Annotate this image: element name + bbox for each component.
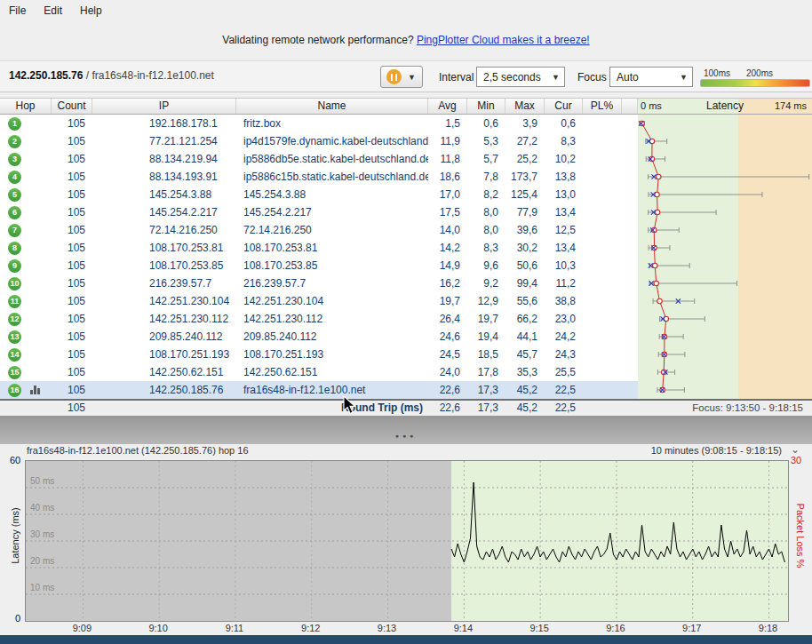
header-hop: Hop (0, 99, 52, 114)
timegraph-range[interactable]: 10 minutes (9:08:15 - 9:18:15) (651, 445, 782, 456)
timegraph-range-dropdown-icon[interactable]: ⌄ (791, 443, 800, 456)
hop-cell: 8 (0, 239, 52, 257)
ip-cell: 88.134.219.94 (92, 150, 236, 168)
x-tick-label: 9:10 (143, 623, 173, 633)
hop-number-badge: 13 (8, 330, 21, 344)
min-cell: 8,2 (467, 186, 506, 203)
ip-cell: 209.85.240.112 (92, 328, 236, 346)
name-cell: 108.170.253.81 (236, 239, 428, 257)
cur-cell: 13,4 (545, 203, 583, 221)
table-row-hop-5[interactable]: 5105145.254.3.88145.254.3.8817,08,2125,4… (0, 186, 638, 203)
table-row-hop-9[interactable]: 9105108.170.253.85108.170.253.8514,99,65… (0, 257, 638, 274)
count-cell: 105 (52, 186, 92, 203)
table-row-hop-8[interactable]: 8105108.170.253.81108.170.253.8114,28,33… (0, 239, 638, 257)
max-cell: 50,6 (506, 257, 545, 274)
min-cell: 17,8 (467, 363, 506, 381)
avg-cell: 24,5 (428, 346, 467, 363)
focus-select[interactable]: Auto ▼ (609, 67, 693, 87)
name-cell: 142.251.230.112 (236, 310, 428, 328)
hop-cell: 15 (0, 363, 52, 381)
header-latency: 0 ms Latency 174 ms (638, 99, 812, 114)
max-cell: 39,6 (506, 221, 545, 239)
avg-cell: 16,2 (428, 274, 467, 292)
cur-cell: 10,3 (545, 257, 583, 274)
pl-cell (583, 203, 622, 221)
latency-mini-graph[interactable] (638, 115, 812, 399)
cur-cell: 23,0 (545, 310, 583, 328)
avg-cell: 26,4 (428, 310, 467, 328)
summary-count: 105 (52, 401, 92, 416)
avg-cell: 24,6 (428, 328, 467, 346)
avg-cell: 1,5 (428, 115, 467, 132)
target-address[interactable]: 142.250.185.76 / fra16s48-in-f12.1e100.n… (9, 69, 214, 82)
menu-help[interactable]: Help (71, 0, 111, 20)
name-cell: 209.85.240.112 (236, 328, 428, 346)
table-row-hop-12[interactable]: 12105142.251.230.112142.251.230.11226,41… (0, 310, 638, 328)
hop-cell: 12 (0, 310, 52, 328)
table-row-hop-4[interactable]: 410588.134.193.91ip5886c15b.static.kabel… (0, 168, 638, 186)
interval-select[interactable]: 2,5 seconds ▼ (476, 67, 565, 87)
table-row-hop-13[interactable]: 13105209.85.240.112209.85.240.11224,619,… (0, 328, 638, 346)
ip-cell: 108.170.251.193 (92, 346, 236, 363)
banner-link[interactable]: PingPlotter Cloud makes it a breeze! (417, 34, 590, 46)
pause-button[interactable]: ▼ (380, 66, 423, 88)
table-row-hop-10[interactable]: 10105216.239.57.7216.239.57.716,29,299,4… (0, 274, 638, 292)
name-cell: 142.250.62.151 (236, 363, 428, 381)
table-row-hop-14[interactable]: 14105108.170.251.193108.170.251.19324,51… (0, 346, 638, 363)
count-cell: 105 (52, 274, 92, 292)
menu-file[interactable]: File (0, 0, 35, 20)
table-row-hop-2[interactable]: 210577.21.121.254ip4d1579fe.dynamic.kabe… (0, 132, 638, 150)
min-cell: 8,3 (467, 239, 506, 257)
table-row-hop-1[interactable]: 1105192.168.178.1fritz.box1,50,63,90,6 (0, 115, 638, 132)
min-cell: 19,7 (467, 310, 506, 328)
cur-cell: 12,5 (545, 221, 583, 239)
hop-cell: 13 (0, 328, 52, 346)
hop-cell: 6 (0, 203, 52, 221)
name-cell: fra16s48-in-f12.1e100.net (236, 381, 428, 399)
menu-edit[interactable]: Edit (35, 0, 71, 20)
avg-cell: 17,5 (428, 203, 467, 221)
pl-cell (583, 310, 622, 328)
table-row-hop-6[interactable]: 6105145.254.2.217145.254.2.21717,58,077,… (0, 203, 638, 221)
header-count: Count (52, 99, 92, 114)
avg-cell: 17,0 (428, 186, 467, 203)
min-cell: 18,5 (467, 346, 506, 363)
max-cell: 55,6 (506, 292, 545, 310)
legend-200ms-label: 200ms (746, 68, 773, 78)
pl-cell (583, 328, 622, 346)
hop-number-badge: 4 (8, 171, 21, 184)
ip-cell: 88.134.193.91 (92, 168, 236, 186)
table-row-hop-15[interactable]: 15105142.250.62.151142.250.62.15124,017,… (0, 363, 638, 381)
table-row-hop-7[interactable]: 710572.14.216.25072.14.216.25014,08,039,… (0, 221, 638, 239)
timeline-plot[interactable]: 50 ms40 ms30 ms20 ms10 ms (25, 460, 789, 622)
pl-cell (583, 381, 622, 399)
name-cell: 108.170.251.193 (236, 346, 428, 363)
hop-number-badge: 3 (8, 153, 21, 166)
count-cell: 105 (52, 292, 92, 310)
min-cell: 8,0 (467, 203, 506, 221)
hop-number-badge: 2 (8, 135, 21, 148)
count-cell: 105 (52, 150, 92, 168)
pl-cell (583, 186, 622, 203)
pl-cell (583, 168, 622, 186)
header-name: Name (236, 99, 428, 114)
x-tick-label: 9:16 (601, 623, 631, 633)
summary-row: 105 Round Trip (ms) 22,6 17,3 45,2 22,5 … (0, 399, 812, 416)
cur-cell: 24,3 (545, 346, 583, 363)
table-row-hop-16[interactable]: 16105142.250.185.76fra16s48-in-f12.1e100… (0, 381, 638, 399)
avg-cell: 18,6 (428, 168, 467, 186)
count-cell: 105 (52, 203, 92, 221)
gridline-label: 10 ms (30, 583, 54, 592)
x-tick-label: 9:11 (219, 623, 250, 633)
pl-cell (583, 363, 622, 381)
count-cell: 105 (52, 346, 92, 363)
count-cell: 105 (52, 381, 92, 399)
table-row-hop-11[interactable]: 11105142.251.230.104142.251.230.10419,71… (0, 292, 638, 310)
table-row-hop-3[interactable]: 310588.134.219.94ip5886db5e.static.kabel… (0, 150, 638, 168)
pause-icon (386, 69, 402, 84)
target-toolbar: 142.250.185.76 / fra16s48-in-f12.1e100.n… (0, 60, 812, 92)
pane-splitter[interactable]: ●●● (0, 416, 812, 444)
x-tick-label: 9:18 (753, 623, 784, 633)
banner-text: Validating remote network performance? (222, 34, 417, 46)
focus-range-label: Focus: 9:13:50 - 9:18:15 (638, 401, 812, 416)
